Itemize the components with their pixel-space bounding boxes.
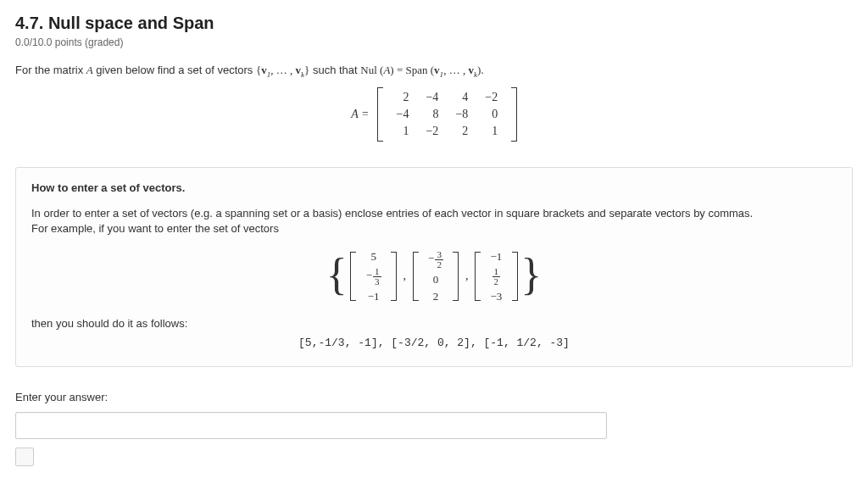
instructions-title: How to enter a set of vectors. (31, 181, 837, 194)
answer-label: Enter your answer: (15, 391, 853, 403)
prompt-prefix: For the matrix (15, 64, 86, 76)
answer-input[interactable] (15, 412, 607, 439)
example-code: [5,-1/3, -1], [-3/2, 0, 2], [-1, 1/2, -3… (31, 336, 837, 349)
instructions-box: How to enter a set of vectors. In order … (15, 167, 853, 368)
points-line: 0.0/10.0 points (graded) (15, 36, 853, 48)
example-vectors: { 5 −13 −1 , −32 0 2 , −1 12 (31, 248, 837, 304)
prompt-suffix: such that (309, 64, 360, 76)
instructions-line1: In order to enter a set of vectors (e.g.… (31, 206, 837, 221)
question-prompt: For the matrix A given below find a set … (15, 64, 853, 79)
submit-button[interactable] (15, 448, 34, 466)
matrix-display: A = 2−44−2 −48−80 1−221 (15, 87, 853, 142)
instructions-line2: For example, if you want to enter the se… (31, 221, 837, 236)
question-title: 4.7. Null space and Span (15, 14, 853, 33)
prompt-mid: given below find a set of vectors (93, 64, 256, 76)
instructions-then: then you should do it as follows: (31, 316, 837, 331)
